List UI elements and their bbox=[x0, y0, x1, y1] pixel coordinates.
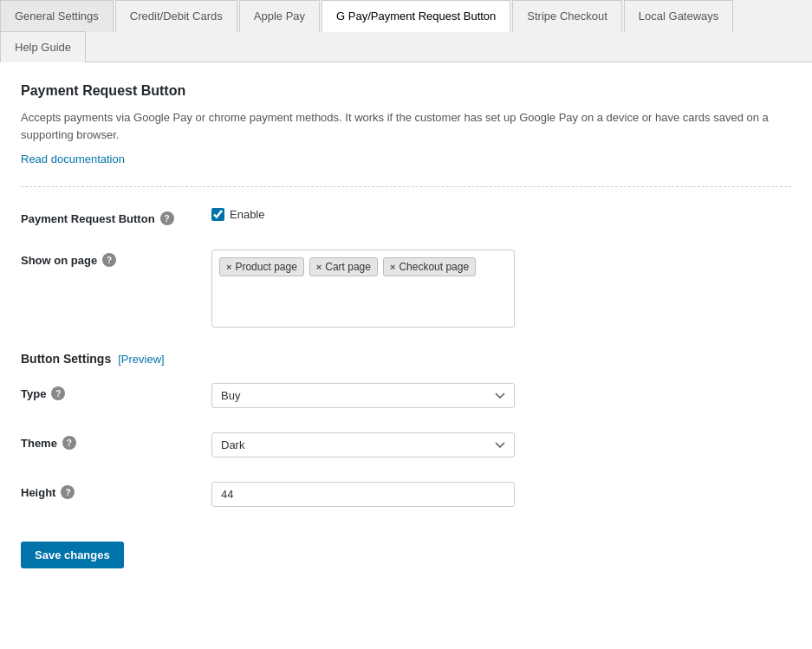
tag-container[interactable]: ×Product page×Cart page×Checkout page bbox=[211, 250, 515, 328]
type-row: Type ? BuyBookDonateOrderPayPlainSubscri… bbox=[21, 383, 791, 408]
tab-help-guide[interactable]: Help Guide bbox=[0, 31, 86, 62]
enable-checkbox[interactable] bbox=[211, 208, 224, 221]
show-on-page-row: Show on page ? ×Product page×Cart page×C… bbox=[21, 250, 791, 328]
tag-text-cart-page: Cart page bbox=[325, 261, 371, 273]
payment-request-button-help-icon[interactable]: ? bbox=[160, 211, 174, 225]
tag-cart-page[interactable]: ×Cart page bbox=[309, 257, 378, 276]
tag-checkout-page[interactable]: ×Checkout page bbox=[383, 257, 476, 276]
payment-request-button-label-col: Payment Request Button ? bbox=[21, 208, 211, 225]
button-settings-label: Button Settings bbox=[21, 352, 111, 366]
tag-text-checkout-page: Checkout page bbox=[399, 261, 469, 273]
tag-remove-product-page[interactable]: × bbox=[226, 262, 231, 272]
show-on-page-field-col: ×Product page×Cart page×Checkout page bbox=[211, 250, 791, 328]
payment-request-button-label: Payment Request Button bbox=[21, 212, 155, 225]
theme-field-col: DarkLightOutline bbox=[211, 432, 791, 458]
section-title: Payment Request Button bbox=[21, 83, 791, 99]
height-row: Height ? bbox=[21, 482, 791, 507]
type-select[interactable]: BuyBookDonateOrderPayPlainSubscribe bbox=[211, 383, 515, 408]
divider bbox=[21, 186, 791, 187]
payment-request-button-row: Payment Request Button ? Enable bbox=[21, 208, 791, 225]
height-input[interactable] bbox=[211, 482, 515, 507]
show-on-page-label: Show on page bbox=[21, 254, 97, 267]
tab-local-gateways[interactable]: Local Gateways bbox=[624, 0, 734, 32]
description: Accepts payments via Google Pay or chrom… bbox=[21, 109, 791, 143]
payment-request-button-field-col: Enable bbox=[211, 208, 791, 221]
tag-product-page[interactable]: ×Product page bbox=[219, 257, 304, 276]
tab-credit-debit-cards[interactable]: Credit/Debit Cards bbox=[115, 0, 237, 32]
theme-help-icon[interactable]: ? bbox=[62, 436, 76, 450]
type-field-col: BuyBookDonateOrderPayPlainSubscribe bbox=[211, 383, 791, 408]
theme-label-col: Theme ? bbox=[21, 432, 211, 450]
save-button[interactable]: Save changes bbox=[21, 542, 124, 568]
tag-remove-checkout-page[interactable]: × bbox=[390, 262, 395, 272]
type-label-col: Type ? bbox=[21, 383, 211, 400]
tag-text-product-page: Product page bbox=[235, 261, 296, 273]
type-label: Type bbox=[21, 387, 46, 400]
height-help-icon[interactable]: ? bbox=[61, 485, 75, 499]
tab-bar: General SettingsCredit/Debit CardsApple … bbox=[0, 0, 812, 62]
enable-checkbox-label[interactable]: Enable bbox=[211, 208, 791, 221]
height-field-col bbox=[211, 482, 791, 507]
theme-label: Theme bbox=[21, 437, 57, 450]
main-content: Payment Request Button Accepts payments … bbox=[0, 62, 812, 649]
type-help-icon[interactable]: ? bbox=[51, 386, 65, 400]
height-label-col: Height ? bbox=[21, 482, 211, 499]
height-label: Height bbox=[21, 486, 55, 499]
tab-stripe-checkout[interactable]: Stripe Checkout bbox=[512, 0, 622, 32]
tab-general-settings[interactable]: General Settings bbox=[0, 0, 114, 32]
preview-link[interactable]: [Preview] bbox=[118, 353, 164, 366]
show-on-page-label-col: Show on page ? bbox=[21, 250, 211, 267]
theme-select[interactable]: DarkLightOutline bbox=[211, 432, 515, 458]
theme-row: Theme ? DarkLightOutline bbox=[21, 432, 791, 458]
tag-remove-cart-page[interactable]: × bbox=[316, 262, 322, 272]
read-documentation-link[interactable]: Read documentation bbox=[21, 153, 125, 165]
tab-apple-pay[interactable]: Apple Pay bbox=[239, 0, 320, 32]
show-on-page-help-icon[interactable]: ? bbox=[102, 253, 116, 267]
button-settings-heading: Button Settings [Preview] bbox=[21, 352, 791, 366]
tab-gpay-payment-request[interactable]: G Pay/Payment Request Button bbox=[322, 0, 510, 32]
enable-label: Enable bbox=[230, 208, 264, 221]
